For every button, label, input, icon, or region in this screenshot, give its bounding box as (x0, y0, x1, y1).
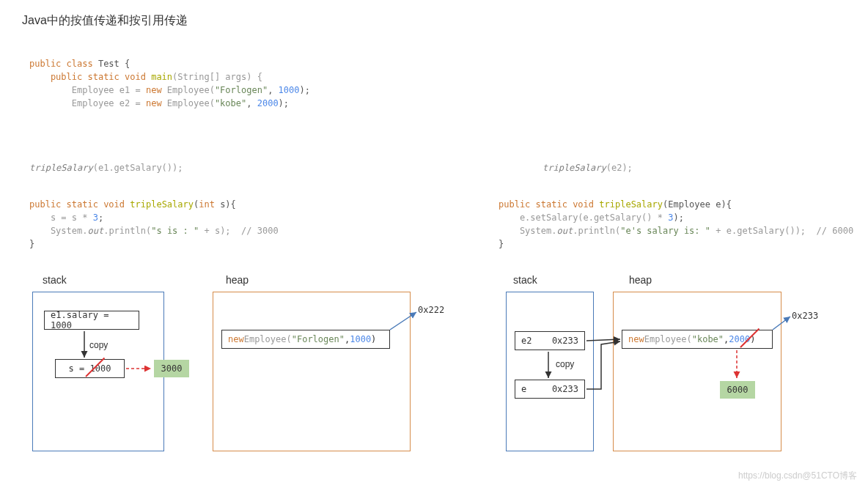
stack-label-left: stack (43, 274, 67, 286)
heap-box-left (213, 292, 411, 451)
stack-cell-e1salary: e1.salary = 1000 (44, 311, 139, 330)
code-top: public class Test { public static void m… (29, 44, 310, 110)
call-left: tripleSalary(e1.getSalary()); (29, 148, 183, 174)
stack-cell-s: s = 1000 (55, 359, 125, 378)
green-3000: 3000 (154, 360, 189, 377)
stack-label-right: stack (513, 274, 537, 286)
heap-cell-right: new Employee("kobe", 2000) (622, 330, 773, 349)
heap-label-right: heap (629, 274, 652, 286)
method-right: public static void tripleSalary(Employee… (499, 185, 853, 251)
heap-box-right (613, 292, 781, 451)
stack-box-right (506, 292, 594, 451)
copy-label-left: copy (89, 340, 108, 350)
watermark: https://blog.csdn@51CTO博客 (738, 470, 857, 482)
addr-right: 0x233 (792, 311, 818, 321)
stack-cell-e2: e20x233 (515, 331, 585, 350)
stack-cell-e: e0x233 (515, 380, 585, 399)
addr-left: 0x222 (418, 305, 444, 315)
method-left: public static void tripleSalary(int s){ … (29, 185, 279, 251)
copy-label-right: copy (556, 359, 574, 369)
green-6000: 6000 (720, 381, 755, 399)
heap-cell-left: new Employee("Forlogen", 1000) (221, 330, 390, 349)
call-right: tripleSalary(e2); (542, 148, 633, 174)
page-title: Java中的按值传递和按引用传递 (22, 13, 188, 29)
heap-label-left: heap (226, 274, 249, 286)
